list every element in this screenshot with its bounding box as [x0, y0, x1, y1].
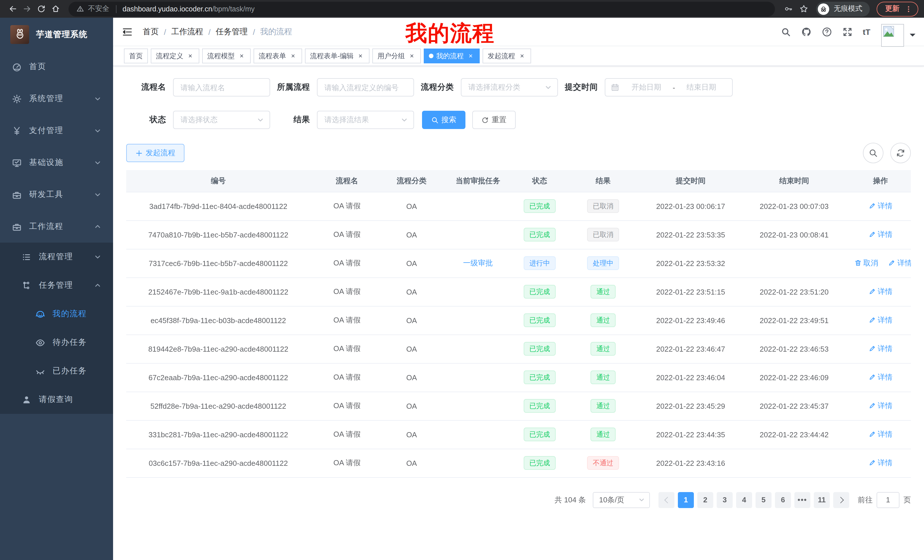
help-icon[interactable] — [822, 27, 832, 37]
sidebar-item-devtools[interactable]: 研发工具 — [0, 179, 113, 211]
close-tab-icon[interactable] — [238, 52, 246, 60]
address-bar[interactable]: 不安全 dashboard.yudao.iocoder.cn /bpm/task… — [69, 1, 775, 16]
forward-icon[interactable] — [20, 2, 34, 16]
sidebar-item-system[interactable]: 系统管理 — [0, 83, 113, 115]
detail-action[interactable]: 详情 — [868, 287, 892, 297]
close-tab-icon[interactable] — [186, 52, 194, 60]
detail-action[interactable]: 详情 — [868, 401, 892, 411]
password-key-icon[interactable] — [784, 4, 793, 13]
sidebar-item-process-management[interactable]: 流程管理 — [0, 243, 113, 271]
github-icon[interactable] — [801, 27, 812, 37]
cell-result: 通过 — [563, 420, 643, 449]
page-button[interactable]: 2 — [697, 492, 713, 508]
sidebar-item-payment[interactable]: 支付管理 — [0, 115, 113, 147]
page-button[interactable]: 4 — [736, 492, 752, 508]
view-tab[interactable]: 流程表单-编辑 — [305, 48, 369, 63]
cell-submit-time: 2022-01-23 00:06:17 — [644, 192, 738, 220]
view-tab[interactable]: 流程模型 — [202, 48, 251, 63]
table-row: 2152467e-7b9b-11ec-9a1b-acde48001122 OA … — [126, 277, 911, 306]
sidebar-item-todo-tasks[interactable]: 待办任务 — [0, 328, 113, 357]
reset-button[interactable]: 重置 — [472, 111, 516, 129]
cell-category: OA — [384, 392, 440, 420]
process-name-input[interactable] — [173, 78, 270, 96]
result-select[interactable]: 请选择流结果 — [317, 111, 414, 129]
sidebar-item-done-tasks[interactable]: 已办任务 — [0, 357, 113, 385]
end-date-placeholder[interactable]: 结束日期 — [676, 82, 726, 93]
breadcrumb-home[interactable]: 首页 — [143, 27, 159, 37]
breadcrumb-workflow[interactable]: 工作流程 — [171, 27, 203, 37]
page-button[interactable]: 3 — [717, 492, 733, 508]
page-size-select[interactable]: 10条/页 — [593, 492, 650, 508]
browser-menu-dots-icon[interactable] — [904, 5, 913, 13]
incognito-badge[interactable]: 无痕模式 — [816, 1, 870, 16]
detail-action[interactable]: 详情 — [868, 429, 892, 440]
view-tab[interactable]: 发起流程 — [483, 48, 531, 63]
not-secure-warning-icon[interactable] — [76, 5, 84, 13]
detail-action[interactable]: 详情 — [868, 229, 892, 240]
cell-end-time: 2022-01-22 23:51:20 — [738, 277, 850, 306]
detail-action[interactable]: 详情 — [868, 372, 892, 382]
sidebar-item-task-management[interactable]: 任务管理 — [0, 271, 113, 300]
search-button[interactable]: 搜索 — [422, 111, 465, 129]
show-search-button[interactable] — [863, 143, 884, 163]
gear-icon — [12, 94, 22, 103]
page-button[interactable]: 5 — [756, 492, 771, 508]
start-date-placeholder[interactable]: 开始日期 — [621, 82, 672, 93]
not-secure-label[interactable]: 不安全 — [88, 4, 110, 14]
close-tab-icon[interactable] — [518, 52, 526, 60]
page-button[interactable]: 11 — [814, 492, 830, 508]
font-size-icon[interactable] — [863, 27, 870, 36]
detail-action[interactable]: 详情 — [868, 344, 892, 354]
page-button[interactable]: ••• — [794, 492, 810, 508]
url-domain[interactable]: dashboard.yudao.iocoder.cn — [123, 5, 212, 13]
sidebar-item-my-process[interactable]: 我的流程 — [0, 300, 113, 328]
reload-icon[interactable] — [34, 2, 48, 16]
bookmark-star-icon[interactable] — [800, 4, 808, 13]
back-icon[interactable] — [6, 2, 20, 16]
page-button[interactable]: 1 — [678, 492, 694, 508]
prev-page-button[interactable] — [658, 492, 675, 508]
monitor-icon — [12, 158, 22, 168]
detail-action[interactable]: 详情 — [868, 458, 892, 468]
update-button[interactable]: 更新 — [877, 1, 918, 16]
process-category-select[interactable]: 请选择流程分类 — [461, 78, 558, 96]
refresh-table-button[interactable] — [890, 143, 911, 163]
close-tab-icon[interactable] — [289, 52, 297, 60]
detail-action[interactable]: 详情 — [868, 201, 892, 211]
breadcrumb-task-management[interactable]: 任务管理 — [216, 27, 248, 37]
submit-time-range-picker[interactable]: 开始日期 - 结束日期 — [605, 78, 733, 96]
sidebar-item-workflow[interactable]: 工作流程 — [0, 211, 113, 243]
create-process-button[interactable]: 发起流程 — [126, 144, 184, 162]
sidebar-item-home[interactable]: 首页 — [0, 51, 113, 83]
search-icon[interactable] — [781, 27, 791, 37]
current-task-link[interactable]: 一级审批 — [463, 258, 493, 268]
avatar[interactable] — [881, 24, 904, 46]
view-tab[interactable]: 用户分组 — [372, 48, 421, 63]
cancel-action[interactable]: 取消 — [854, 258, 878, 268]
view-tab[interactable]: 流程表单 — [254, 48, 302, 63]
pencil-icon — [868, 459, 876, 467]
sidebar-item-leave-query[interactable]: 请假查询 — [0, 385, 113, 414]
view-tab[interactable]: 我的流程 — [424, 48, 480, 63]
page-button[interactable]: 6 — [775, 492, 791, 508]
status-select[interactable]: 请选择状态 — [173, 111, 270, 129]
header-category: 流程分类 — [384, 170, 440, 192]
cell-actions: 详情 — [850, 192, 911, 220]
view-tab[interactable]: 首页 — [124, 48, 148, 63]
close-tab-icon[interactable] — [466, 52, 475, 60]
close-tab-icon[interactable] — [408, 52, 416, 60]
goto-page-input[interactable] — [877, 492, 900, 508]
close-tab-icon[interactable] — [356, 52, 364, 60]
view-tab[interactable]: 流程定义 — [151, 48, 199, 63]
url-path[interactable]: /bpm/task/my — [212, 5, 255, 13]
hamburger-fold-icon[interactable] — [122, 26, 133, 37]
detail-action[interactable]: 详情 — [888, 258, 911, 268]
home-icon[interactable] — [48, 2, 63, 16]
fullscreen-icon[interactable] — [842, 27, 853, 37]
next-page-button[interactable] — [833, 492, 849, 508]
avatar-dropdown-caret[interactable] — [910, 33, 915, 39]
sidebar-item-infrastructure[interactable]: 基础设施 — [0, 147, 113, 179]
process-definition-input[interactable] — [317, 78, 414, 96]
detail-action[interactable]: 详情 — [868, 315, 892, 325]
app-logo[interactable]: 芋道管理系统 — [0, 18, 113, 51]
